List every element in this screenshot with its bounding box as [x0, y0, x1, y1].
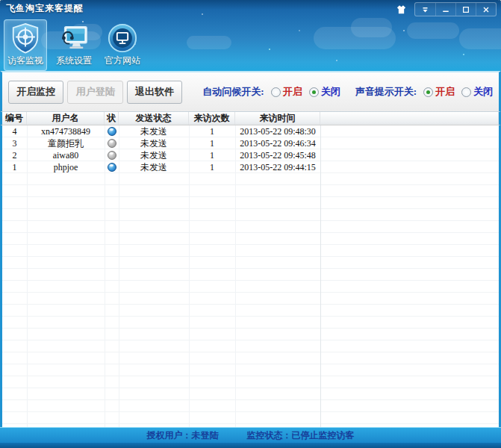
column-header-visit-count[interactable]: 来访次数 — [189, 112, 235, 125]
cell-send-status: 未发送 — [119, 149, 189, 162]
cell-visit-count: 1 — [189, 150, 235, 161]
maximize-icon — [461, 5, 470, 14]
toolbar-item-label: 官方网站 — [102, 55, 143, 67]
cell-send-status: 未发送 — [119, 161, 189, 174]
cell-visit-time: 2013-05-22 09:45:48 — [235, 150, 320, 161]
wangwang-status-icon — [108, 151, 116, 160]
greeting-off-label[interactable]: 关闭 — [321, 85, 340, 99]
shield-target-icon — [10, 22, 41, 54]
table-row[interactable]: 2 aiwa80 未发送 1 2013-05-22 09:45:48 — [2, 149, 499, 161]
minimize-button[interactable] — [435, 3, 455, 16]
cell-visit-count: 1 — [189, 138, 235, 149]
column-header-status[interactable]: 状 — [105, 112, 119, 125]
toolbar-item-system-settings[interactable]: 系统设置 — [52, 19, 96, 71]
cell-status — [105, 126, 119, 137]
cell-no: 3 — [2, 138, 27, 149]
authorized-user-status: 授权用户：未登陆 — [147, 429, 219, 442]
cell-status — [105, 138, 119, 149]
sound-on-label[interactable]: 开启 — [435, 85, 455, 99]
minimize-icon — [441, 5, 450, 14]
cell-status — [105, 150, 119, 161]
skin-button[interactable] — [392, 4, 410, 16]
maximize-button[interactable] — [455, 3, 476, 16]
wangwang-status-icon — [108, 127, 116, 136]
column-header-filler — [320, 112, 499, 125]
wangwang-status-icon — [108, 139, 116, 148]
switch-groups: 自动问候开关: 开启 关闭 声音提示开关: 开启 关闭 — [202, 85, 493, 99]
cell-no: 2 — [2, 150, 27, 161]
column-header-visit-time[interactable]: 来访时间 — [235, 112, 320, 125]
table-row[interactable]: 3 童颜拒乳 未发送 1 2013-05-22 09:46:34 — [2, 137, 499, 149]
cell-status — [105, 162, 119, 173]
window-controls — [392, 2, 497, 16]
toolbar-item-label: 系统设置 — [53, 55, 95, 67]
cell-visit-count: 1 — [189, 162, 235, 173]
cell-visit-time: 2013-05-22 09:44:15 — [235, 162, 320, 173]
app-window: 飞鱼淘宝来客提醒 — [0, 0, 501, 448]
wangwang-status-icon — [108, 163, 116, 172]
window-title: 飞鱼淘宝来客提醒 — [6, 2, 84, 15]
cell-send-status: 未发送 — [119, 125, 189, 138]
toolbar-item-label: 访客监视 — [4, 55, 46, 67]
auto-greeting-switch-label: 自动问候开关: — [202, 85, 264, 99]
cell-visit-time: 2013-05-22 09:46:34 — [235, 138, 320, 149]
visitor-table-header: 编号 用户名 状 发送状态 来访次数 来访时间 — [0, 112, 501, 125]
table-row[interactable]: 1 phpjoe 未发送 1 2013-05-22 09:44:15 — [2, 161, 499, 173]
visitor-table-body: 4 xn474738849 未发送 1 2013-05-22 09:48:30 … — [0, 125, 501, 427]
greeting-on-label[interactable]: 开启 — [283, 85, 302, 99]
titlebar: 飞鱼淘宝来客提醒 — [0, 0, 501, 16]
cell-send-status: 未发送 — [119, 137, 189, 150]
main-toolbar: 访客监视 系统设置 — [0, 16, 501, 71]
cell-username: phpjoe — [27, 162, 105, 173]
sound-alert-switch-label: 声音提示开关: — [355, 85, 417, 99]
menu-button[interactable] — [415, 3, 435, 16]
exit-app-button[interactable]: 退出软件 — [127, 81, 182, 104]
window-button-group — [414, 2, 497, 16]
toolbar-item-visitor-monitor[interactable]: 访客监视 — [4, 19, 47, 71]
cell-no: 1 — [2, 162, 27, 173]
close-button[interactable] — [476, 3, 496, 16]
column-header-send-status[interactable]: 发送状态 — [119, 112, 189, 125]
cell-username: xn474738849 — [27, 126, 105, 137]
table-row[interactable]: 4 xn474738849 未发送 1 2013-05-22 09:48:30 — [2, 125, 499, 137]
globe-monitor-icon — [107, 22, 138, 54]
monitor-headset-icon — [58, 22, 90, 54]
close-icon — [482, 5, 491, 14]
toolbar-item-official-site[interactable]: 官方网站 — [101, 19, 144, 71]
column-header-no[interactable]: 编号 — [2, 112, 27, 125]
cell-visit-count: 1 — [189, 126, 235, 137]
sound-off-label[interactable]: 关闭 — [473, 85, 493, 99]
shirt-icon — [396, 4, 407, 15]
window-bottom-edge — [0, 443, 501, 448]
statusbar: 授权用户：未登陆 监控状态：已停止监控访客 — [0, 427, 501, 443]
greeting-on-radio[interactable] — [271, 87, 281, 97]
cell-no: 4 — [2, 126, 27, 137]
user-login-button[interactable]: 用户登陆 — [67, 81, 122, 104]
cell-visit-time: 2013-05-22 09:48:30 — [235, 126, 320, 137]
window-header: 飞鱼淘宝来客提醒 — [0, 0, 501, 71]
column-header-username[interactable]: 用户名 — [27, 112, 105, 125]
greeting-off-radio[interactable] — [309, 87, 319, 97]
monitor-status: 监控状态：已停止监控访客 — [247, 429, 355, 442]
cell-username: aiwa80 — [27, 150, 105, 161]
chevron-down-icon — [420, 5, 430, 14]
sound-off-radio[interactable] — [461, 87, 471, 97]
start-monitor-button[interactable]: 开启监控 — [8, 81, 63, 104]
cell-username: 童颜拒乳 — [27, 137, 105, 150]
sound-on-radio[interactable] — [423, 87, 433, 97]
action-bar: 开启监控 用户登陆 退出软件 自动问候开关: 开启 关闭 声音提示开关: 开启 … — [0, 71, 501, 112]
